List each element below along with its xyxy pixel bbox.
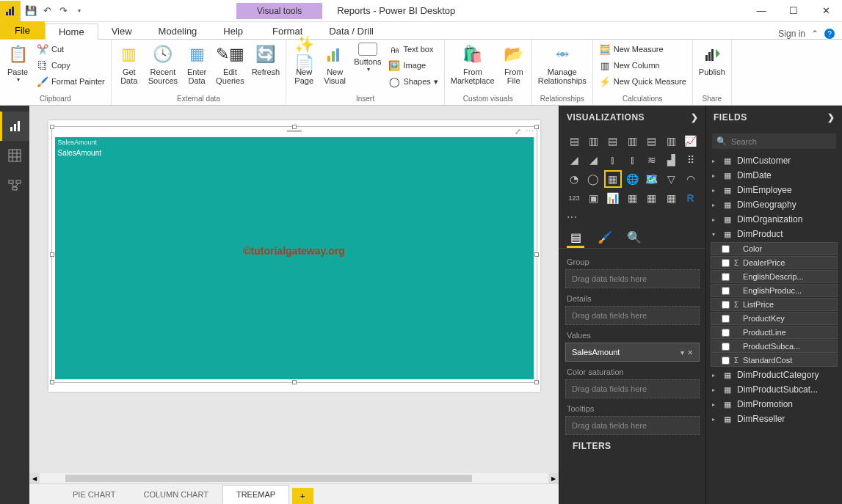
table-row[interactable]: ▸▦DimCustomer (709, 153, 839, 168)
viz-stacked-bar-icon[interactable]: ▤ (565, 132, 583, 150)
viz-card-icon[interactable]: 123 (565, 189, 583, 207)
sign-in-link[interactable]: Sign in (778, 29, 805, 39)
new-quick-measure-button[interactable]: ⚡New Quick Measure (596, 73, 689, 90)
viz-100-column-icon[interactable]: ▥ (662, 132, 680, 150)
new-measure-button[interactable]: 🧮New Measure (596, 41, 689, 57)
publish-button[interactable]: Publish (696, 41, 728, 78)
visual-drag-handle-icon[interactable] (287, 130, 302, 134)
qat-undo-icon[interactable]: ↶ (40, 4, 54, 18)
column-checkbox[interactable] (722, 315, 730, 323)
viz-line-column-icon[interactable]: ⫿ (604, 151, 622, 169)
shapes-button[interactable]: ◯Shapes▾ (385, 73, 440, 90)
viz-matrix-icon[interactable]: ▦ (662, 189, 680, 207)
tab-modeling[interactable]: Modeling (145, 23, 211, 39)
field-menu-icon[interactable]: ▾ (681, 348, 684, 357)
image-button[interactable]: 🖼️Image (385, 57, 440, 73)
column-checkbox[interactable] (722, 273, 730, 281)
column-row[interactable]: ΣListPrice (711, 298, 838, 311)
help-icon[interactable]: ? (824, 29, 835, 39)
table-row[interactable]: ▸▦DimEmployee (709, 183, 839, 197)
table-row[interactable]: ▸▦DimReseller (709, 412, 839, 426)
column-checkbox[interactable] (722, 357, 730, 365)
field-remove-icon[interactable]: ✕ (687, 348, 693, 357)
copy-button[interactable]: ⿻Copy (34, 57, 108, 73)
viz-line-clustered-icon[interactable]: ⫿ (623, 151, 641, 169)
tab-file[interactable]: File (0, 21, 45, 39)
tab-data-drill[interactable]: Data / Drill (316, 23, 387, 39)
table-row[interactable]: ▸▦DimGeography (709, 197, 839, 212)
qat-save-icon[interactable]: 💾 (23, 4, 38, 18)
column-checkbox[interactable] (722, 259, 730, 267)
from-file-button[interactable]: 📂From File (499, 41, 529, 87)
close-button[interactable]: ✕ (810, 0, 842, 22)
fields-header[interactable]: FIELDS❯ (706, 106, 842, 129)
column-row[interactable]: ΣStandardCost (711, 354, 838, 367)
fields-search-input[interactable]: 🔍 Search (712, 134, 836, 149)
page-tab-add[interactable]: + (292, 488, 313, 504)
page-tab-piechart[interactable]: PIE CHART (59, 485, 129, 504)
column-row[interactable]: ΣDealerPrice (711, 256, 838, 269)
column-checkbox[interactable] (722, 245, 730, 253)
viz-import-more-icon[interactable]: ⋯ (559, 210, 705, 224)
viz-funnel-icon[interactable]: ▽ (662, 170, 680, 188)
viz-clustered-bar-icon[interactable]: ▤ (604, 132, 622, 150)
well-values-item[interactable]: SalesAmount ▾✕ (565, 343, 700, 362)
report-view-button[interactable] (0, 112, 29, 141)
column-checkbox[interactable] (722, 329, 730, 337)
focus-mode-icon[interactable]: ⤢ (515, 127, 521, 136)
column-row[interactable]: EnglishProduc... (711, 284, 838, 297)
get-data-button[interactable]: ▥Get Data (115, 41, 144, 87)
viz-waterfall-icon[interactable]: ▟ (662, 151, 680, 169)
column-row[interactable]: ProductKey (711, 312, 838, 325)
viz-pie-icon[interactable]: ◔ (565, 170, 583, 188)
well-details-dropzone[interactable]: Drag data fields here (565, 306, 700, 325)
well-tooltips-dropzone[interactable]: Drag data fields here (565, 416, 700, 435)
minimize-button[interactable]: — (745, 0, 777, 22)
tab-home[interactable]: Home (45, 23, 98, 40)
viz-area-icon[interactable]: ◢ (565, 151, 583, 169)
refresh-button[interactable]: 🔄Refresh (249, 41, 283, 78)
column-row[interactable]: EnglishDescrip... (711, 270, 838, 283)
viz-multi-card-icon[interactable]: ▣ (584, 189, 602, 207)
paste-button[interactable]: 📋Paste▾ (3, 41, 32, 84)
table-row[interactable]: ▾▦DimProduct (709, 227, 839, 241)
new-column-button[interactable]: ▥New Column (596, 57, 689, 73)
column-row[interactable]: ProductLine (711, 326, 838, 339)
column-checkbox[interactable] (722, 301, 730, 309)
analytics-tab-icon[interactable]: 🔍 (625, 229, 643, 248)
ribbon-collapse-icon[interactable]: ⌃ (811, 29, 819, 39)
viz-ribbon-icon[interactable]: ≋ (643, 151, 661, 169)
manage-relationships-button[interactable]: ⥈Manage Relationships (535, 41, 589, 87)
qat-redo-icon[interactable]: ↷ (56, 4, 70, 18)
viz-scatter-icon[interactable]: ⠿ (682, 151, 700, 169)
format-painter-button[interactable]: 🖌️Format Painter (34, 73, 108, 90)
viz-map-icon[interactable]: 🌐 (623, 170, 641, 188)
more-options-icon[interactable]: ⋯ (526, 127, 534, 136)
viz-stacked-column-icon[interactable]: ▥ (584, 132, 602, 150)
tab-help[interactable]: Help (210, 23, 256, 39)
data-view-button[interactable] (0, 141, 29, 170)
filters-section-header[interactable]: FILTERS (565, 435, 700, 453)
table-row[interactable]: ▸▦DimProductSubcat... (709, 382, 839, 397)
viz-treemap-icon[interactable]: ▦ (604, 170, 622, 188)
viz-r-script-icon[interactable]: R (682, 189, 700, 207)
fields-tab-icon[interactable]: ▤ (567, 229, 584, 248)
column-checkbox[interactable] (722, 287, 730, 295)
cut-button[interactable]: ✂️Cut (34, 41, 108, 57)
page-tab-columnchart[interactable]: COLUMN CHART (129, 485, 222, 504)
viz-table-icon[interactable]: ▦ (643, 189, 661, 207)
text-box-button[interactable]: 🗛Text box (385, 41, 440, 57)
horizontal-scrollbar[interactable]: ◀▶ (29, 473, 559, 483)
viz-line-icon[interactable]: 📈 (682, 132, 700, 150)
column-row[interactable]: ProductSubca... (711, 340, 838, 353)
from-marketplace-button[interactable]: 🛍️From Marketplace (448, 41, 498, 87)
viz-gauge-icon[interactable]: ◠ (682, 170, 700, 188)
new-visual-button[interactable]: New Visual (320, 41, 349, 87)
table-row[interactable]: ▸▦DimDate (709, 168, 839, 183)
well-group-dropzone[interactable]: Drag data fields here (565, 269, 700, 288)
tab-view[interactable]: View (98, 23, 145, 39)
table-row[interactable]: ▸▦DimPromotion (709, 397, 839, 412)
model-view-button[interactable] (0, 170, 29, 200)
enter-data-button[interactable]: ▦Enter Data (182, 41, 211, 87)
maximize-button[interactable]: ☐ (777, 0, 810, 22)
